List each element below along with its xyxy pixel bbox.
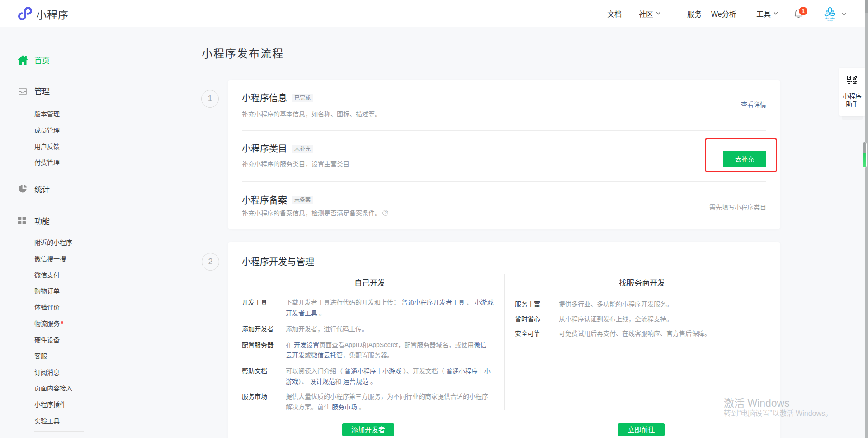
svg-text:to keep: to keep: [827, 20, 832, 22]
svg-text:?: ?: [384, 210, 387, 215]
svg-text:skychaker: skychaker: [825, 17, 835, 19]
